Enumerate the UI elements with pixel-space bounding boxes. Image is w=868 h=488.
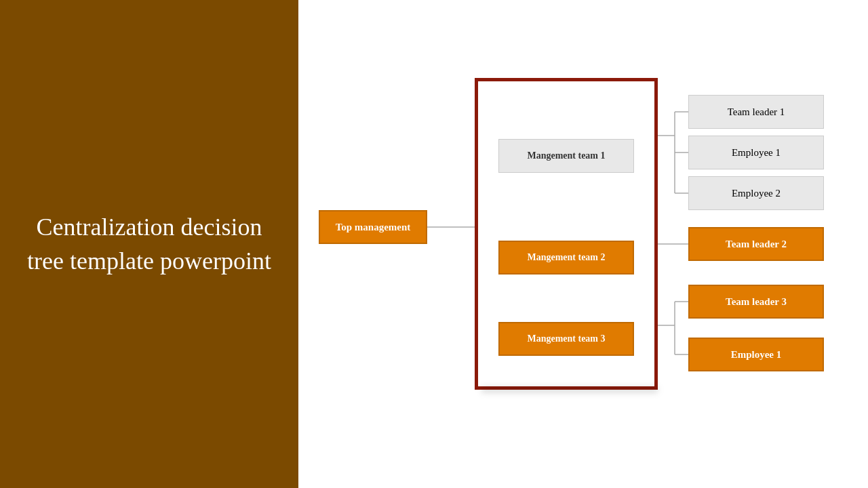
top-management-box: Top management [319,210,427,244]
team-leader-2-label: Team leader 2 [726,239,787,250]
team-leader-1-label: Team leader 1 [728,106,785,118]
right-box-team-leader-1: Team leader 1 [688,95,824,129]
slide-title: Centralization decision tree template po… [0,197,298,292]
top-management-label: Top management [336,222,411,233]
employee-2-label: Employee 2 [732,188,781,199]
right-box-team-leader-3: Team leader 3 [688,285,824,319]
right-box-employee-1-team3: Employee 1 [688,338,824,371]
management-team-1-box: Mangement team 1 [498,139,634,173]
management-team-2-box: Mangement team 2 [498,241,634,274]
management-team-3-label: Mangement team 3 [527,333,605,344]
right-panel: Top management Mangement team 1 Mangemen… [298,0,868,488]
right-box-employee-1-team1: Employee 1 [688,136,824,169]
left-panel: Centralization decision tree template po… [0,0,298,488]
employee-1-team3-label: Employee 1 [731,349,782,361]
employee-1-team1-label: Employee 1 [732,147,781,159]
management-team-1-label: Mangement team 1 [527,150,605,161]
management-team-3-box: Mangement team 3 [498,322,634,356]
management-team-2-label: Mangement team 2 [527,252,605,263]
team-leader-3-label: Team leader 3 [726,296,787,308]
right-box-employee-2: Employee 2 [688,176,824,210]
management-container: Mangement team 1 Mangement team 2 Mangem… [475,78,658,390]
right-box-team-leader-2: Team leader 2 [688,227,824,261]
